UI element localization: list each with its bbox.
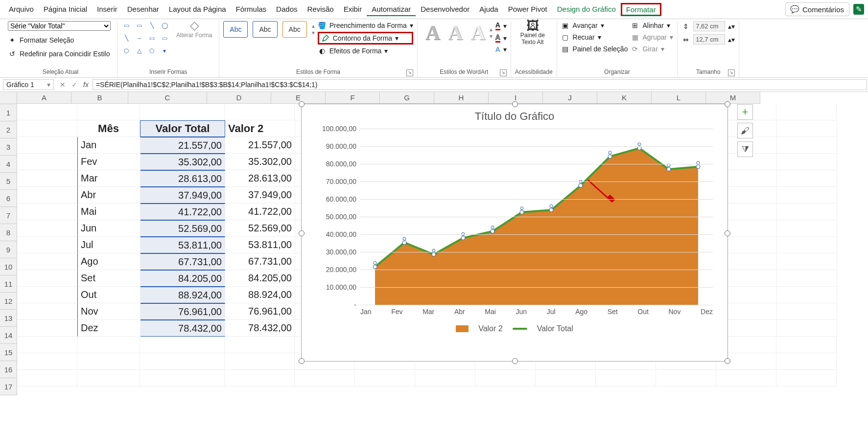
row-header[interactable]: 16 <box>0 361 17 378</box>
cell[interactable] <box>17 270 77 287</box>
cell[interactable]: 84.205,00 <box>225 270 295 287</box>
cell[interactable] <box>17 204 77 220</box>
comments-button[interactable]: 💬 Comentários <box>785 2 849 16</box>
row-header[interactable]: 5 <box>0 173 17 190</box>
cell[interactable]: Valor 2 <box>225 120 295 137</box>
cell[interactable] <box>777 237 837 253</box>
cell[interactable]: 78.432,00 <box>225 320 295 337</box>
row-header[interactable]: 8 <box>0 224 17 241</box>
shape-style-3[interactable]: Abc <box>282 21 307 38</box>
row-header[interactable]: 13 <box>0 310 17 327</box>
cell[interactable]: 78.432,00 <box>141 320 225 337</box>
shape-textbox-icon[interactable]: ▭ <box>121 21 131 30</box>
name-box[interactable]: Gráfico 1 ▾ <box>3 79 54 90</box>
shape-hex-icon[interactable]: ⬡ <box>121 46 131 55</box>
shape-textbox2-icon[interactable]: ▭ <box>134 21 144 30</box>
cell[interactable] <box>536 370 596 386</box>
menu-automatizar[interactable]: Automatizar <box>367 3 416 16</box>
menu-inserir[interactable]: Inserir <box>92 3 122 16</box>
menu-desenvolvedor[interactable]: Desenvolvedor <box>416 3 474 16</box>
cell[interactable] <box>777 287 837 303</box>
column-header[interactable]: F <box>326 92 380 104</box>
shape-outline-button[interactable]: Contorno da Forma▾ <box>318 32 413 45</box>
cell[interactable] <box>225 353 295 370</box>
shape-fill-button[interactable]: 🪣Preenchimento da Forma▾ <box>318 21 413 30</box>
cell[interactable] <box>776 353 837 370</box>
cell[interactable] <box>225 337 295 353</box>
cell[interactable] <box>777 220 837 237</box>
cell[interactable] <box>17 237 77 253</box>
shape-rect-icon[interactable]: ▭ <box>147 34 157 43</box>
cell[interactable]: 67.731,00 <box>225 253 295 270</box>
cell[interactable] <box>17 154 77 170</box>
cell[interactable] <box>596 370 656 386</box>
selection-pane-button[interactable]: ▤Painel de Seleção <box>561 45 628 53</box>
gallery-more[interactable]: ▴▾ <box>490 26 493 40</box>
cell[interactable]: 53.811,00 <box>225 237 295 253</box>
share-icon[interactable]: ✎ <box>853 4 864 15</box>
cell[interactable] <box>355 370 415 386</box>
column-header[interactable]: K <box>597 92 652 104</box>
cell[interactable] <box>77 370 140 386</box>
cell[interactable]: Abr <box>77 187 141 204</box>
alt-text-button[interactable]: 🖼Painel de Texto Alt <box>515 21 550 45</box>
cell[interactable]: 28.613,00 <box>141 170 225 187</box>
cell[interactable] <box>17 320 77 337</box>
menu-design-grafico[interactable]: Design do Gráfico <box>552 3 621 16</box>
cell[interactable] <box>475 370 536 386</box>
cell[interactable]: 88.924,00 <box>225 287 295 303</box>
row-header[interactable]: 3 <box>0 138 17 156</box>
menu-dados[interactable]: Dados <box>271 3 302 16</box>
cell[interactable] <box>17 253 77 270</box>
resize-handle[interactable] <box>299 101 305 107</box>
cell[interactable] <box>17 353 77 370</box>
cell[interactable] <box>777 154 837 170</box>
confirm-icon[interactable]: ✓ <box>69 81 80 89</box>
resize-handle[interactable] <box>725 101 730 107</box>
cell[interactable]: 88.924,00 <box>141 287 225 303</box>
cell[interactable]: Set <box>77 270 141 287</box>
shapes-gallery[interactable]: ▭▭╲◯ ╲→▭▭ ⬡△⬠▾ <box>121 21 170 57</box>
bring-forward-button[interactable]: ▣Avançar▾ <box>561 21 628 30</box>
dialog-launcher[interactable]: ↘ <box>406 69 413 76</box>
wordart-gallery[interactable]: A A A ▴▾ <box>422 21 493 45</box>
cell[interactable]: 35.302,00 <box>225 154 295 170</box>
cell[interactable]: 28.613,00 <box>225 170 295 187</box>
resize-handle[interactable] <box>725 358 730 364</box>
row-header[interactable]: 7 <box>0 207 17 224</box>
cell[interactable] <box>777 320 837 337</box>
row-header[interactable]: 10 <box>0 258 17 275</box>
text-effects-button[interactable]: A▾ <box>495 45 507 53</box>
menu-formatar[interactable]: Formatar <box>621 3 661 16</box>
align-button[interactable]: ⊞Alinhar▾ <box>631 21 673 30</box>
cell[interactable] <box>225 104 295 120</box>
row-header[interactable]: 4 <box>0 156 17 173</box>
cell[interactable] <box>17 337 77 353</box>
row-header[interactable]: 1 <box>0 104 17 121</box>
column-header[interactable]: C <box>128 92 207 104</box>
menu-pagina-inicial[interactable]: Página Inicial <box>39 3 92 16</box>
chart-add-element-button[interactable]: + <box>737 104 753 120</box>
format-selection-button[interactable]: ✦Formatar Seleção <box>8 36 74 45</box>
cell[interactable] <box>777 120 837 137</box>
shape-ellipse-icon[interactable]: ◯ <box>160 21 169 30</box>
cell[interactable] <box>716 370 776 386</box>
row-header[interactable]: 15 <box>0 344 17 361</box>
formula-input[interactable]: =SÉRIE(Planilha1!$C$2;Planilha1!$B$3:$B$… <box>93 79 867 90</box>
cell[interactable] <box>77 104 140 120</box>
shape-line2-icon[interactable]: ╲ <box>121 34 131 43</box>
cell[interactable] <box>777 170 837 187</box>
column-header[interactable]: H <box>434 92 489 104</box>
cell[interactable]: 35.302,00 <box>141 154 225 170</box>
cell[interactable]: Mai <box>77 204 141 220</box>
shape-style-gallery[interactable]: Abc Abc Abc ▴▾ <box>223 21 314 38</box>
shape-more-icon[interactable]: ▾ <box>160 46 169 55</box>
column-header[interactable]: L <box>652 92 706 104</box>
menu-layout[interactable]: Layout da Página <box>164 3 231 16</box>
cell[interactable]: 37.949,00 <box>225 187 295 204</box>
dialog-launcher[interactable]: ↘ <box>500 69 507 76</box>
menu-formulas[interactable]: Fórmulas <box>231 3 272 16</box>
cell[interactable]: 37.949,00 <box>141 187 225 204</box>
cell[interactable]: 21.557,00 <box>141 137 225 154</box>
resize-handle[interactable] <box>512 101 518 107</box>
